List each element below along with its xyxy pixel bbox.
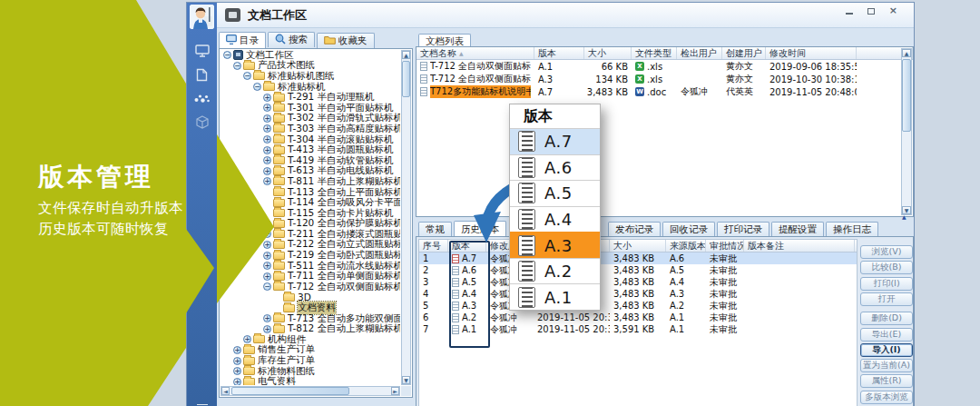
- version-popup-item[interactable]: A.3: [510, 232, 600, 258]
- expand-icon[interactable]: +: [263, 114, 271, 123]
- tree-item[interactable]: +电气资料: [220, 376, 400, 385]
- tab-常规[interactable]: 常规: [418, 222, 452, 237]
- scroll-left-icon[interactable]: ◄: [221, 387, 230, 395]
- maximize-icon[interactable]: [867, 8, 875, 15]
- column-header[interactable]: 审批情况: [706, 240, 744, 252]
- button-比较(B)[interactable]: 比较(B): [860, 261, 913, 274]
- history-row[interactable]: 7A.1令狐冲2019-11-05 20:37:113,591 KBA.1未审批: [419, 323, 857, 335]
- column-header[interactable]: 大小: [584, 47, 632, 59]
- expand-icon[interactable]: +: [263, 230, 271, 238]
- column-header[interactable]: 文档名称▲: [416, 47, 534, 59]
- expand-icon[interactable]: +: [263, 94, 271, 102]
- history-row[interactable]: 4A.4令狐冲3,483 KBA.3未审批: [419, 288, 857, 300]
- expand-icon[interactable]: +: [243, 335, 251, 343]
- tree-vertical-scrollbar[interactable]: ▲ ▼: [401, 50, 411, 385]
- expand-icon[interactable]: +: [233, 357, 241, 365]
- collapse-icon[interactable]: −: [243, 72, 251, 80]
- button-删除(D)[interactable]: 删除(D): [860, 312, 913, 325]
- tab-搜索[interactable]: 搜索: [268, 32, 315, 47]
- tab-打印记录[interactable]: 打印记录: [717, 222, 769, 237]
- expand-icon[interactable]: +: [263, 177, 271, 185]
- doc-list-scrollbar[interactable]: ▲ ▼: [901, 48, 912, 215]
- column-header[interactable]: 版本: [534, 47, 584, 59]
- scroll-thumb[interactable]: [231, 387, 349, 395]
- expand-icon[interactable]: +: [263, 272, 271, 281]
- history-row[interactable]: 5A.3令狐冲3,483 KBA.2未审批: [419, 300, 857, 312]
- close-icon[interactable]: ×: [889, 7, 897, 15]
- expand-icon[interactable]: +: [263, 252, 271, 260]
- expand-icon[interactable]: +: [233, 367, 241, 375]
- doc-name-cell[interactable]: T712多功能贴标机说明书.doc: [416, 85, 534, 98]
- column-header[interactable]: 修改时间: [766, 47, 857, 59]
- collapse-icon[interactable]: −: [253, 83, 261, 91]
- monitor-icon[interactable]: [187, 39, 217, 63]
- expand-icon[interactable]: +: [263, 262, 271, 270]
- history-row[interactable]: 2A.6令狐冲3,483 KBA.5未审批: [419, 264, 857, 276]
- tree-item[interactable]: +标准物料图纸: [220, 366, 400, 377]
- expand-icon[interactable]: +: [263, 314, 271, 322]
- tree-horizontal-scrollbar[interactable]: ◄ ►: [220, 386, 400, 396]
- scroll-right-icon[interactable]: ►: [391, 387, 399, 395]
- version-popup-item[interactable]: A.6: [510, 154, 600, 181]
- expand-icon[interactable]: +: [233, 378, 241, 385]
- collapse-icon[interactable]: −: [223, 51, 231, 59]
- column-header[interactable]: 文件类型: [632, 47, 677, 59]
- tab-提醒设置[interactable]: 提醒设置: [771, 222, 824, 237]
- tab-发布记录[interactable]: 发布记录: [608, 222, 661, 237]
- button-打开[interactable]: 打开: [860, 292, 913, 306]
- expand-icon[interactable]: +: [263, 146, 271, 154]
- column-header[interactable]: 创建用户: [722, 47, 766, 59]
- expand-icon[interactable]: +: [263, 167, 271, 175]
- user-avatar[interactable]: [190, 5, 214, 29]
- version-popup-item[interactable]: A.5: [510, 180, 600, 206]
- tab-操作日志[interactable]: 操作日志: [826, 222, 878, 237]
- scroll-thumb[interactable]: [902, 59, 911, 132]
- column-header[interactable]: 检出用户: [677, 47, 722, 59]
- scroll-up-icon[interactable]: ▲: [902, 49, 911, 57]
- version-popup-item[interactable]: A.2: [510, 258, 600, 284]
- cube-icon[interactable]: [187, 110, 217, 134]
- history-row[interactable]: 3A.5令狐冲3,483 KBA.4未审批: [419, 276, 857, 288]
- doc-name-cell[interactable]: T-712 全自动双侧面贴标机...: [416, 60, 534, 73]
- button-导入(I)[interactable]: 导入(I): [860, 343, 913, 357]
- button-导出(E)[interactable]: 导出(E): [860, 328, 913, 342]
- scroll-down-icon[interactable]: ▼: [402, 376, 410, 384]
- history-row[interactable]: 6A.2令狐冲2019-11-05 20:37:413,483 KBA.1未审批: [419, 312, 857, 323]
- expand-icon[interactable]: +: [263, 156, 271, 164]
- expand-icon[interactable]: +: [263, 325, 271, 333]
- doc-name-cell[interactable]: T-712 全自动双侧面贴标机...: [416, 73, 534, 85]
- expand-icon[interactable]: +: [263, 135, 271, 144]
- version-popup-item[interactable]: A.7: [510, 128, 600, 154]
- expand-icon[interactable]: +: [263, 124, 271, 133]
- button-置为当前(A)[interactable]: 置为当前(A): [860, 359, 913, 372]
- column-header[interactable]: 序号: [419, 240, 448, 252]
- version-popup-item[interactable]: A.1: [510, 283, 600, 310]
- button-浏览(V)[interactable]: 浏览(V): [860, 245, 913, 259]
- expand-icon[interactable]: +: [263, 220, 271, 228]
- document-icon[interactable]: [187, 63, 217, 86]
- minimize-icon[interactable]: [846, 7, 853, 15]
- table-row[interactable]: T-712 全自动双侧面贴标机...A.3134 KBX.xls黄亦文2019-…: [416, 73, 913, 85]
- tree-item[interactable]: +T-812 全自动上浆糊贴标机: [220, 323, 400, 334]
- tab-目录[interactable]: 目录: [219, 32, 266, 48]
- expand-icon[interactable]: +: [263, 104, 271, 112]
- button-多版本浏览[interactable]: 多版本浏览: [860, 391, 913, 404]
- button-属性(R)[interactable]: 属性(R): [860, 374, 913, 388]
- column-header[interactable]: 来源版本: [666, 240, 706, 252]
- scroll-thumb[interactable]: [402, 61, 410, 97]
- expand-icon[interactable]: +: [263, 241, 271, 249]
- tree-item[interactable]: −T-712 全自动双侧面贴标机: [220, 282, 400, 292]
- column-header[interactable]: 大小: [610, 240, 666, 252]
- version-popup-item[interactable]: A.4: [510, 206, 600, 233]
- button-打印(I)[interactable]: 打印(I): [860, 277, 913, 291]
- collapse-icon[interactable]: −: [233, 62, 241, 70]
- tab-收藏夹[interactable]: 收藏夹: [317, 33, 375, 48]
- table-row[interactable]: T-712 全自动双侧面贴标机...A.166 KBX.xls黄亦文2019-0…: [416, 60, 913, 73]
- collapse-icon[interactable]: −: [263, 282, 271, 291]
- activity-dots-icon[interactable]: [187, 86, 217, 110]
- table-row[interactable]: T712多功能贴标机说明书.docA.73,483 KBW.doc令狐冲代英英2…: [416, 85, 913, 98]
- tab-回收记录[interactable]: 回收记录: [662, 222, 715, 237]
- splitter-handle[interactable]: ▲: [902, 213, 906, 220]
- expand-icon[interactable]: +: [233, 346, 241, 354]
- column-header[interactable]: 版本备注: [744, 240, 855, 252]
